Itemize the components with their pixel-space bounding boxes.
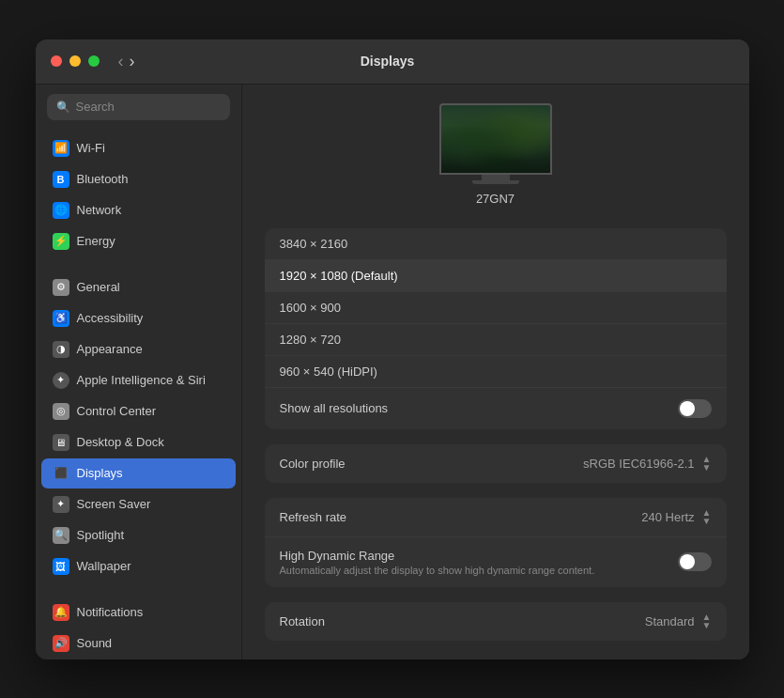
sidebar-item-screen-saver[interactable]: ✦ Screen Saver	[41, 489, 236, 520]
show-all-resolutions-row: Show all resolutions	[265, 388, 727, 429]
sidebar-item-label: Appearance	[77, 342, 143, 356]
sidebar-item-label: Energy	[77, 234, 115, 248]
sidebar-section-notifications: 🔔 Notifications 🔊 Sound ◑ Focus ⏱ Screen…	[36, 594, 241, 659]
rotation-row: Rotation Standard ▲ ▼	[265, 602, 727, 641]
sidebar-item-label: Screen Saver	[77, 497, 151, 511]
sidebar-section-connectivity: 📶 Wi-Fi B Bluetooth 🌐 Network ⚡ Energy	[36, 130, 241, 261]
search-icon: 🔍	[56, 101, 70, 114]
sidebar-item-label: Control Center	[77, 404, 157, 418]
color-profile-label: Color profile	[280, 457, 346, 471]
notifications-icon: 🔔	[53, 604, 69, 621]
hdr-toggle[interactable]	[678, 552, 712, 571]
hdr-label-block: High Dynamic Range Automatically adjust …	[280, 549, 595, 576]
search-container: 🔍 Search	[36, 85, 241, 130]
main-panel: 27GN7 3840 × 2160 1920 × 1080 (Default) …	[242, 85, 749, 659]
resolution-item[interactable]: 1280 × 720	[265, 324, 727, 356]
resolution-item[interactable]: 960 × 540 (HiDPI)	[265, 356, 727, 388]
window-title: Displays	[41, 54, 734, 69]
sidebar-item-general[interactable]: ⚙ General	[41, 272, 236, 302]
display-preview: 27GN7	[265, 103, 727, 206]
spotlight-icon: 🔍	[53, 527, 69, 544]
monitor-base	[472, 180, 519, 184]
refresh-rate-label: Refresh rate	[280, 510, 347, 524]
sidebar-item-label: Apple Intelligence & Siri	[77, 373, 206, 387]
screen-saver-icon: ✦	[53, 496, 69, 513]
color-profile-value[interactable]: sRGB IEC61966-2.1 ▲ ▼	[583, 456, 711, 472]
sidebar-item-label: Sound	[77, 636, 113, 650]
resolution-item[interactable]: 3840 × 2160	[265, 228, 727, 260]
refresh-rate-stepper[interactable]: ▲ ▼	[702, 509, 712, 525]
sidebar-item-label: Displays	[77, 466, 123, 480]
sidebar-item-displays[interactable]: ⬛ Displays	[41, 458, 236, 489]
sidebar-item-label: Accessibility	[77, 311, 144, 325]
hdr-sublabel: Automatically adjust the display to show…	[280, 565, 595, 576]
sidebar-item-wifi[interactable]: 📶 Wi-Fi	[41, 133, 236, 163]
wallpaper-icon: 🖼	[53, 558, 69, 575]
sidebar: 🔍 Search 📶 Wi-Fi B Bluetooth 🌐 Network	[36, 85, 242, 659]
hdr-label: High Dynamic Range	[280, 549, 595, 563]
resolution-item[interactable]: 1600 × 900	[265, 292, 727, 324]
sidebar-item-notifications[interactable]: 🔔 Notifications	[41, 597, 236, 628]
sidebar-item-desktop-dock[interactable]: 🖥 Desktop & Dock	[41, 427, 236, 458]
sidebar-item-spotlight[interactable]: 🔍 Spotlight	[41, 520, 236, 551]
rotation-value[interactable]: Standard ▲ ▼	[645, 613, 712, 629]
hdr-row: High Dynamic Range Automatically adjust …	[265, 537, 727, 587]
network-icon: 🌐	[53, 202, 69, 219]
sidebar-item-energy[interactable]: ⚡ Energy	[41, 226, 236, 256]
main-window: ‹ › Displays 🔍 Search 📶 Wi-Fi B	[36, 39, 749, 659]
show-all-resolutions-toggle[interactable]	[678, 399, 712, 418]
color-profile-row: Color profile sRGB IEC61966-2.1 ▲ ▼	[265, 444, 727, 483]
sidebar-item-label: Desktop & Dock	[77, 435, 164, 449]
sidebar-item-wallpaper[interactable]: 🖼 Wallpaper	[41, 551, 236, 582]
show-all-resolutions-label: Show all resolutions	[280, 401, 389, 415]
sidebar-item-appearance[interactable]: ◑ Appearance	[41, 334, 236, 365]
sidebar-item-label: Network	[77, 203, 122, 217]
toggle-knob	[680, 554, 695, 569]
displays-icon: ⬛	[53, 465, 69, 482]
resolution-card: 3840 × 2160 1920 × 1080 (Default) 1600 ×…	[265, 228, 727, 429]
appearance-icon: ◑	[53, 341, 69, 358]
sidebar-section-system: ⚙ General ♿ Accessibility ◑ Appearance ✦…	[36, 269, 241, 586]
rotation-stepper[interactable]: ▲ ▼	[702, 613, 712, 629]
accessibility-icon: ♿	[53, 310, 69, 327]
content-area: 🔍 Search 📶 Wi-Fi B Bluetooth 🌐 Network	[36, 85, 749, 659]
desktop-dock-icon: 🖥	[53, 434, 69, 451]
bluetooth-icon: B	[53, 171, 69, 188]
sidebar-item-label: Notifications	[77, 605, 144, 619]
refresh-rate-card: Refresh rate 240 Hertz ▲ ▼ High Dynamic …	[265, 498, 727, 587]
sidebar-item-label: General	[77, 280, 120, 294]
toggle-knob	[680, 401, 695, 416]
color-profile-card: Color profile sRGB IEC61966-2.1 ▲ ▼	[265, 444, 727, 483]
sidebar-item-bluetooth[interactable]: B Bluetooth	[41, 164, 236, 194]
rotation-card: Rotation Standard ▲ ▼	[265, 602, 727, 641]
energy-icon: ⚡	[53, 233, 69, 250]
sidebar-item-accessibility[interactable]: ♿ Accessibility	[41, 303, 236, 333]
sidebar-item-label: Bluetooth	[77, 172, 129, 186]
refresh-rate-value[interactable]: 240 Hertz ▲ ▼	[641, 509, 711, 525]
monitor-thumbnail	[439, 103, 552, 175]
sidebar-item-sound[interactable]: 🔊 Sound	[41, 628, 236, 659]
control-center-icon: ◎	[53, 403, 69, 420]
sound-icon: 🔊	[53, 635, 69, 652]
resolution-item-selected[interactable]: 1920 × 1080 (Default)	[265, 260, 727, 292]
search-placeholder: Search	[76, 100, 115, 114]
wifi-icon: 📶	[53, 140, 69, 157]
sidebar-item-label: Wallpaper	[77, 559, 131, 573]
rotation-label: Rotation	[280, 614, 325, 628]
apple-ai-icon: ✦	[53, 372, 69, 389]
sidebar-item-network[interactable]: 🌐 Network	[41, 195, 236, 225]
color-profile-stepper[interactable]: ▲ ▼	[702, 456, 712, 472]
sidebar-item-label: Spotlight	[77, 528, 125, 542]
general-icon: ⚙	[53, 279, 69, 296]
monitor-stand	[482, 175, 510, 180]
sidebar-item-label: Wi-Fi	[77, 141, 105, 155]
refresh-rate-row: Refresh rate 240 Hertz ▲ ▼	[265, 498, 727, 537]
sidebar-item-apple-ai[interactable]: ✦ Apple Intelligence & Siri	[41, 365, 236, 396]
monitor-name: 27GN7	[476, 192, 515, 206]
sidebar-item-control-center[interactable]: ◎ Control Center	[41, 396, 236, 427]
search-box[interactable]: 🔍 Search	[47, 94, 230, 120]
titlebar: ‹ › Displays	[36, 39, 749, 85]
